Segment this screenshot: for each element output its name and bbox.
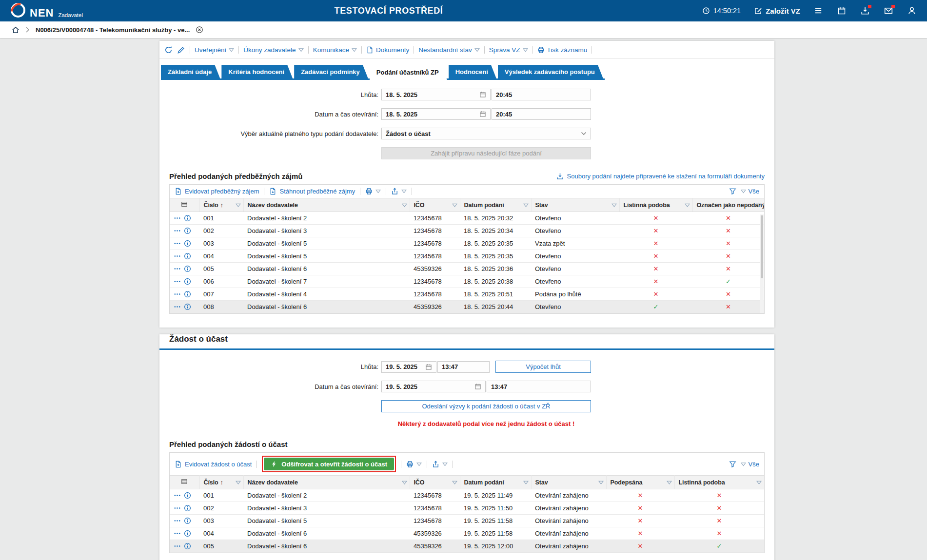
table-row[interactable]: 002Dodavatel - školení 31234567818. 5. 2… <box>170 225 764 237</box>
row-menu-button[interactable] <box>174 227 181 234</box>
print-button[interactable] <box>406 461 422 468</box>
table-row[interactable]: 004Dodavatel - školení 51234567818. 5. 2… <box>170 250 764 263</box>
column-header-cislo[interactable]: Číslo↑ <box>199 476 243 489</box>
files-download-link[interactable]: Soubory podání najdete připravené ke sta… <box>556 173 765 180</box>
row-info-button[interactable] <box>184 492 191 499</box>
row-menu-button[interactable] <box>174 542 181 550</box>
column-header-listinna-podoba[interactable]: Listinná podoba <box>674 476 764 489</box>
table-row[interactable]: 001Dodavatel - školení 21234567818. 5. 2… <box>170 212 764 225</box>
tab-hodnoceni[interactable]: Hodnocení <box>449 65 496 78</box>
download-prelim-button[interactable]: Stáhnout předběžné zájmy <box>269 188 355 195</box>
request-opening-time-input[interactable]: 13:47 <box>487 381 591 392</box>
request-deadline-date-input[interactable]: 19. 5. 2025 <box>381 361 436 373</box>
downloads-button[interactable] <box>861 6 869 15</box>
breadcrumb-item[interactable]: N006/25/V00004748 - Telekomunikační služ… <box>36 26 190 34</box>
row-menu-button[interactable] <box>174 214 181 222</box>
history-button[interactable] <box>164 46 173 54</box>
scrollbar-thumb[interactable] <box>761 215 763 278</box>
tab-kriteria-hodnoceni[interactable]: Kritéria hodnocení <box>221 65 293 78</box>
tab-podani-ucastniku-zp[interactable]: Podání účastníků ZP <box>370 65 447 80</box>
row-info-button[interactable] <box>184 265 191 272</box>
table-row[interactable]: 001Dodavatel - školení 21234567819. 5. 2… <box>170 489 764 502</box>
tab-zadavaci-podminky[interactable]: Zadávací podmínky <box>294 65 368 78</box>
column-header-nazev-dodavatele[interactable]: Název dodavatele <box>243 198 410 212</box>
toolbar-item-uverejneni[interactable]: Uveřejnění <box>195 46 234 54</box>
table-scrollbar[interactable] <box>760 214 764 313</box>
export-button[interactable] <box>391 188 407 195</box>
table-row[interactable]: 003Dodavatel - školení 51234567819. 5. 2… <box>170 515 764 527</box>
next-phase-button[interactable]: Zahájit přípravu následující fáze podání <box>381 147 591 159</box>
nen-logo[interactable]: NEN Zadavatel <box>11 3 83 19</box>
create-vz-button[interactable]: Založit VZ <box>754 7 800 15</box>
row-info-button[interactable] <box>184 252 191 260</box>
toolbar-item-dokumenty[interactable]: Dokumenty <box>366 46 409 54</box>
row-menu-button[interactable] <box>174 252 181 260</box>
table-row[interactable]: 005Dodavatel - školení 64535932618. 5. 2… <box>170 263 764 275</box>
toolbar-item-tisk-zaznamu[interactable]: Tisk záznamu <box>537 46 588 54</box>
toolbar-item-sprava-vz[interactable]: Správa VZ <box>489 46 528 54</box>
row-info-button[interactable] <box>184 278 191 285</box>
table-row[interactable]: 008Dodavatel - školení 64535932618. 5. 2… <box>170 301 764 313</box>
column-header-datum-podani[interactable]: Datum podání <box>460 198 531 212</box>
decrypt-open-requests-button[interactable]: Odšifrovat a otevřít žádosti o účast <box>264 458 394 470</box>
view-all-control[interactable]: Vše <box>741 188 759 195</box>
table-row[interactable]: 007Dodavatel - školení 41234567818. 5. 2… <box>170 288 764 301</box>
tab-vysledek-zadavaciho-postupu[interactable]: Výsledek zadávacího postupu <box>498 65 603 78</box>
profile-button[interactable] <box>907 6 916 15</box>
toolbar-item-ukony-zadavatele[interactable]: Úkony zadavatele <box>243 46 303 54</box>
row-menu-button[interactable] <box>174 504 181 512</box>
column-header-podepsana[interactable]: Podepsána <box>606 476 674 489</box>
row-info-button[interactable] <box>184 240 191 247</box>
row-info-button[interactable] <box>184 504 191 512</box>
row-info-button[interactable] <box>184 227 191 234</box>
row-menu-button[interactable] <box>174 530 181 537</box>
row-menu-button[interactable] <box>174 290 181 298</box>
row-info-button[interactable] <box>184 542 191 550</box>
request-deadline-time-input[interactable]: 13:47 <box>437 361 490 373</box>
column-header-oznacen-jako-nepodany[interactable]: Označen jako nepodaný <box>692 198 764 212</box>
request-opening-date-input[interactable]: 19. 5. 2025 <box>381 381 486 392</box>
column-header-ico[interactable]: IČO <box>410 198 460 212</box>
row-menu-button[interactable] <box>174 240 181 247</box>
column-header-stav[interactable]: Stav <box>531 198 619 212</box>
menu-button[interactable] <box>814 6 823 15</box>
close-icon[interactable] <box>196 26 203 34</box>
table-row[interactable]: 005Dodavatel - školení 64535932619. 5. 2… <box>170 540 764 553</box>
row-menu-button[interactable] <box>174 517 181 524</box>
home-icon[interactable] <box>12 26 20 34</box>
print-button[interactable] <box>365 188 381 195</box>
row-menu-button[interactable] <box>174 265 181 272</box>
row-menu-button[interactable] <box>174 303 181 310</box>
column-chooser-button[interactable] <box>170 198 199 212</box>
row-info-button[interactable] <box>184 517 191 524</box>
opening-time-input[interactable]: 20:45 <box>492 108 591 120</box>
table-row[interactable]: 003Dodavatel - školení 51234567818. 5. 2… <box>170 237 764 250</box>
opening-date-input[interactable]: 18. 5. 2025 <box>381 108 491 120</box>
send-call-button[interactable]: Odeslání výzvy k podání žádosti o účast … <box>381 400 591 412</box>
export-button[interactable] <box>432 461 448 468</box>
calendar-button[interactable] <box>837 6 846 15</box>
submission-type-select[interactable]: Žádost o účast <box>381 128 591 139</box>
edit-button[interactable] <box>177 46 185 54</box>
register-request-button[interactable]: Evidovat žádost o účast <box>175 461 252 468</box>
table-row[interactable]: 002Dodavatel - školení 31234567819. 5. 2… <box>170 502 764 515</box>
deadline-date-input[interactable]: 18. 5. 2025 <box>381 89 491 100</box>
row-menu-button[interactable] <box>174 278 181 285</box>
calc-deadlines-button[interactable]: Výpočet lhůt <box>495 361 591 373</box>
table-row[interactable]: 004Dodavatel - školení 64535932619. 5. 2… <box>170 527 764 540</box>
toolbar-item-komunikace[interactable]: Komunikace <box>313 46 357 54</box>
column-header-stav[interactable]: Stav <box>531 476 606 489</box>
row-info-button[interactable] <box>184 290 191 298</box>
deadline-time-input[interactable]: 20:45 <box>492 89 591 100</box>
register-prelim-button[interactable]: Evidovat předběžný zájem <box>175 188 259 195</box>
table-row[interactable]: 006Dodavatel - školení 71234567818. 5. 2… <box>170 275 764 288</box>
column-header-listinna-podoba[interactable]: Listinná podoba <box>619 198 692 212</box>
column-header-datum-podani[interactable]: Datum podání <box>460 476 531 489</box>
row-info-button[interactable] <box>184 303 191 310</box>
filter-icon[interactable] <box>729 188 736 195</box>
column-header-ico[interactable]: IČO <box>410 476 460 489</box>
row-info-button[interactable] <box>184 530 191 537</box>
column-header-nazev-dodavatele[interactable]: Název dodavatele <box>243 476 410 489</box>
view-all-control[interactable]: Vše <box>741 461 759 468</box>
toolbar-item-nestandardni-stav[interactable]: Nestandardní stav <box>418 46 480 54</box>
